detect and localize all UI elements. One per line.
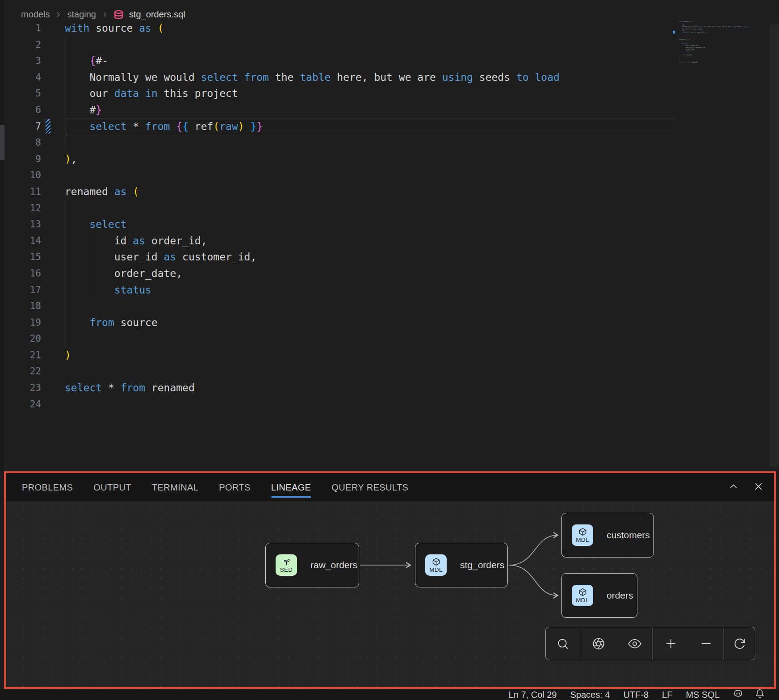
zoom-in-icon[interactable] [662, 635, 680, 653]
line-number: 11 [4, 184, 41, 200]
panel-tab-output[interactable]: OUTPUT [93, 473, 131, 502]
code-line-18[interactable]: 18 [4, 298, 779, 314]
code-text [41, 37, 65, 53]
code-text: our data in this project [41, 85, 238, 102]
code-line-21[interactable]: 21) [4, 347, 779, 364]
panel-maximize-chevron-up-icon[interactable] [729, 482, 738, 493]
panel-tab-ports[interactable]: PORTS [219, 473, 251, 502]
badge-label: SED [280, 567, 293, 573]
badge-label: MDL [429, 567, 442, 573]
code-text [41, 167, 65, 184]
model-badge: MDL [572, 585, 593, 606]
line-number: 1 [4, 20, 41, 37]
copilot-icon[interactable] [733, 688, 743, 700]
eye-icon[interactable] [626, 635, 644, 653]
code-text: from source [41, 314, 158, 331]
status-item-3[interactable]: LF [662, 690, 672, 700]
aperture-icon[interactable] [590, 635, 607, 653]
line-number: 18 [4, 298, 41, 314]
line-number: 10 [4, 167, 41, 184]
panel-tab-lineage[interactable]: LINEAGE [271, 473, 311, 502]
code-line-10[interactable]: 10 [4, 167, 779, 184]
breadcrumb-item-staging[interactable]: staging [67, 9, 96, 20]
minimap-current-line-marker [673, 31, 675, 34]
code-line-23[interactable]: 23select * from renamed [4, 380, 779, 396]
status-item-0[interactable]: Ln 7, Col 29 [509, 690, 557, 700]
strip-scroll-thumb[interactable] [0, 125, 4, 160]
line-number: 12 [4, 200, 41, 217]
code-text [41, 363, 65, 380]
code-line-24[interactable]: 24 [4, 396, 779, 413]
code-line-11[interactable]: 11renamed as ( [4, 184, 779, 200]
tab-label: LINEAGE [271, 482, 311, 493]
code-line-5[interactable]: 5 our data in this project [4, 85, 779, 102]
model-badge: MDL [572, 524, 593, 546]
bell-icon[interactable] [755, 689, 765, 700]
code-text: order_date, [41, 265, 182, 282]
database-icon [113, 9, 124, 20]
line-number: 23 [4, 380, 41, 396]
line-number: 8 [4, 134, 41, 151]
code-line-7[interactable]: 7 select * from {{ ref(raw) }} [4, 118, 779, 135]
panel-actions [729, 473, 763, 502]
code-text [41, 298, 65, 314]
line-number: 5 [4, 85, 41, 102]
code-line-3[interactable]: 3 {#- [4, 53, 779, 69]
badge-label: MDL [576, 597, 589, 604]
code-line-19[interactable]: 19 from source [4, 314, 779, 331]
tab-label: TERMINAL [152, 482, 198, 493]
active-tab-underline [271, 496, 311, 498]
lineage-toolbar [545, 627, 755, 660]
line-number: 9 [4, 151, 41, 168]
code-line-4[interactable]: 4 Normally we would select from the tabl… [4, 69, 779, 86]
code-line-14[interactable]: 14 id as order_id, [4, 233, 779, 249]
lineage-canvas[interactable]: SEDraw_orders MDLstg_orders MDLcustomers… [6, 501, 774, 687]
line-number: 2 [4, 37, 41, 53]
code-line-22[interactable]: 22 [4, 363, 779, 380]
code-text: id as order_id, [41, 233, 207, 249]
status-item-1[interactable]: Spaces: 4 [570, 690, 610, 700]
breadcrumb-file-name[interactable]: stg_orders.sql [129, 9, 185, 20]
lineage-node-customers[interactable]: MDLcustomers [561, 513, 654, 557]
node-label: customers [607, 530, 650, 541]
code-line-9[interactable]: 9), [4, 151, 779, 168]
code-line-20[interactable]: 20 [4, 331, 779, 347]
code-text: user_id as customer_id, [41, 249, 256, 265]
code-line-15[interactable]: 15 user_id as customer_id, [4, 249, 779, 265]
code-line-16[interactable]: 16 order_date, [4, 265, 779, 282]
status-item-2[interactable]: UTF-8 [623, 690, 649, 700]
code-text: ) [41, 347, 71, 364]
panel-tab-query-results[interactable]: QUERY RESULTS [331, 473, 408, 502]
code-line-2[interactable]: 2 [4, 37, 779, 53]
code-editor[interactable]: 1with source as (23 {#-4 Normally we wou… [4, 20, 779, 412]
tab-label: PORTS [219, 482, 251, 493]
code-text: Normally we would select from the table … [41, 69, 560, 86]
tab-label: QUERY RESULTS [331, 482, 408, 493]
code-line-1[interactable]: 1with source as ( [4, 20, 779, 37]
line-number: 3 [4, 53, 41, 69]
zoom-out-icon[interactable] [697, 635, 715, 653]
line-number: 19 [4, 314, 41, 331]
breadcrumb-item-models[interactable]: models [21, 9, 50, 20]
lineage-node-stg_orders[interactable]: MDLstg_orders [415, 543, 508, 587]
editor-scrollbar[interactable] [770, 25, 779, 467]
panel-tab-problems[interactable]: PROBLEMS [22, 473, 73, 502]
code-line-6[interactable]: 6 #} [4, 102, 779, 118]
minimap[interactable]: with source as ( {#- Normally we would s… [679, 21, 759, 65]
chevron-right-icon [55, 11, 62, 18]
code-line-13[interactable]: 13 select [4, 216, 779, 233]
refresh-icon[interactable] [731, 635, 749, 653]
line-number: 22 [4, 363, 41, 380]
code-line-17[interactable]: 17 status [4, 282, 779, 298]
code-line-8[interactable]: 8 [4, 134, 779, 151]
search-icon[interactable] [554, 635, 572, 653]
lineage-node-raw_orders[interactable]: SEDraw_orders [265, 543, 359, 587]
model-badge: MDL [425, 554, 447, 576]
panel-tab-terminal[interactable]: TERMINAL [152, 473, 198, 502]
status-item-4[interactable]: MS SQL [686, 690, 720, 700]
lineage-node-orders[interactable]: MDLorders [561, 573, 637, 618]
panel-close-icon[interactable] [754, 482, 763, 493]
code-text: with source as ( [41, 20, 164, 37]
code-line-12[interactable]: 12 [4, 200, 779, 217]
code-text [41, 200, 65, 217]
